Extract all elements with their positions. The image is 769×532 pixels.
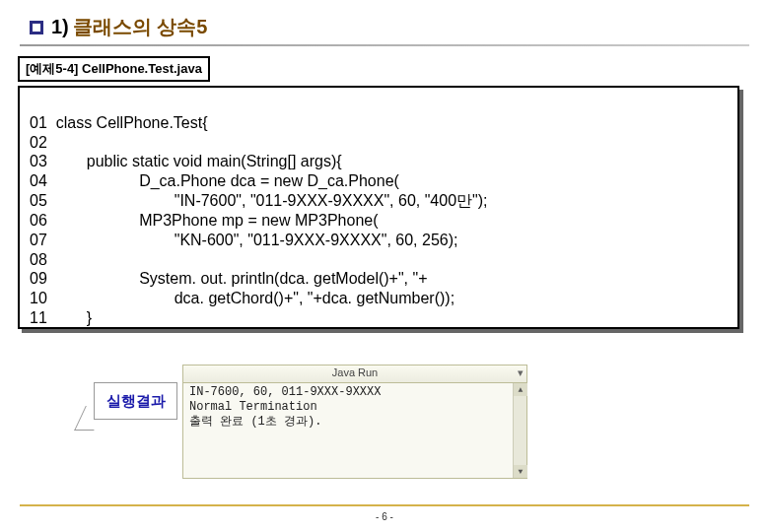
- result-label-box: 실행결과: [94, 382, 177, 420]
- code-line: 08: [30, 251, 47, 268]
- bullet-icon: [30, 21, 43, 34]
- result-section: 실행결과 Java Run ▾ IN-7600, 60, 011-9XXX-9X…: [94, 365, 527, 479]
- code-line: 11 }: [30, 309, 92, 326]
- code-line: 02: [30, 134, 47, 151]
- result-panel-header: Java Run ▾: [183, 366, 526, 383]
- result-panel-body: IN-7600, 60, 011-9XXX-9XXXX Normal Termi…: [183, 383, 526, 478]
- code-line: 07 "KN-600", "011-9XXX-9XXXX", 60, 256);: [30, 232, 457, 248]
- section-number: 1): [51, 16, 69, 38]
- footer-divider: [20, 504, 749, 506]
- code-line: 06 MP3Phone mp = new MP3Phone(: [30, 212, 379, 229]
- code-line: 09 System. out. println(dca. getModel()+…: [30, 270, 428, 287]
- title-underline: [20, 44, 749, 46]
- result-panel-title: Java Run: [332, 366, 378, 378]
- example-label: [예제5-4] CellPhone.Test.java: [18, 56, 210, 82]
- result-line: IN-7600, 60, 011-9XXX-9XXXX: [189, 385, 381, 399]
- code-line: 10 dca. getChord()+", "+dca. getNumber()…: [30, 290, 454, 306]
- connector-line: [74, 406, 105, 431]
- section-title-text: 클래스의 상속5: [73, 14, 208, 40]
- result-line: Normal Termination: [189, 400, 317, 414]
- scroll-down-icon[interactable]: ▼: [514, 465, 527, 478]
- scrollbar[interactable]: ▲ ▼: [513, 383, 526, 478]
- page-number: - 6 -: [376, 511, 393, 522]
- code-line: 05 "IN-7600", "011-9XXX-9XXXX", 60, "400…: [30, 192, 488, 209]
- panel-menu-icon[interactable]: ▾: [518, 366, 524, 379]
- code-line: 04 D_ca.Phone dca = new D_ca.Phone(: [30, 172, 399, 189]
- code-block: 01 class CellPhone.Test{ 02 03 public st…: [18, 86, 739, 329]
- section-title: 1) 클래스의 상속5: [0, 0, 769, 40]
- scroll-up-icon[interactable]: ▲: [514, 383, 527, 396]
- code-line: 01 class CellPhone.Test{: [30, 114, 208, 131]
- code-line: 03 public static void main(String[] args…: [30, 153, 342, 169]
- result-panel: Java Run ▾ IN-7600, 60, 011-9XXX-9XXXX N…: [182, 365, 527, 479]
- result-line: 출력 완료 (1초 경과).: [189, 415, 321, 429]
- result-label: 실행결과: [106, 392, 166, 411]
